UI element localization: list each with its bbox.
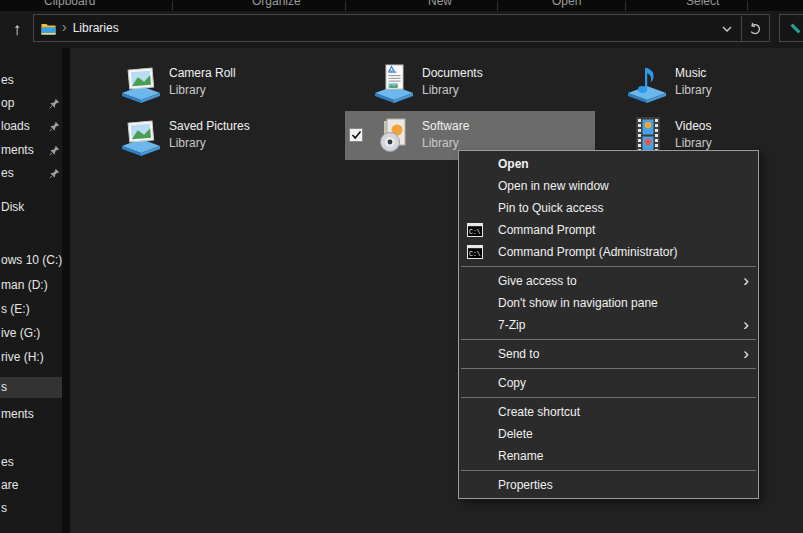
tile-subtitle: Library: [169, 135, 250, 152]
tile-documents[interactable]: DocumentsLibrary: [345, 58, 595, 107]
sidebar-item[interactable]: s: [0, 498, 62, 519]
tile-subtitle: Library: [169, 82, 236, 99]
checkmark-icon: [351, 130, 362, 140]
submenu-arrow-icon: ›: [743, 344, 749, 364]
menu-item-command-prompt[interactable]: C:\ Command Prompt: [459, 219, 758, 241]
up-button[interactable]: ↑: [4, 16, 30, 43]
sidebar-item[interactable]: Disk: [0, 197, 62, 218]
chevron-down-icon: [722, 26, 732, 32]
refresh-icon: [748, 22, 762, 36]
breadcrumb-chevron-icon: ›: [62, 19, 67, 35]
context-menu: Open Open in new window Pin to Quick acc…: [458, 150, 759, 499]
tile-subtitle: Library: [675, 82, 712, 99]
ribbon-group-select: Select: [686, 0, 719, 8]
address-dropdown-button[interactable]: [713, 16, 741, 42]
ribbon-separator: [625, 1, 626, 11]
menu-item-create-shortcut[interactable]: Create shortcut: [459, 401, 758, 423]
sidebar-item[interactable]: rive (H:): [0, 347, 62, 368]
tile-name: Camera Roll: [169, 65, 236, 82]
sidebar-item[interactable]: are: [0, 475, 62, 496]
up-arrow-icon: ↑: [13, 20, 22, 40]
music-library-icon: [626, 62, 668, 104]
sidebar-item[interactable]: s (E:): [0, 299, 62, 320]
sidebar-item[interactable]: es: [0, 163, 62, 184]
file-explorer-window: Clipboard Organize New Open Select ↑ › L…: [0, 0, 803, 533]
menu-item-delete[interactable]: Delete: [459, 423, 758, 445]
ribbon-separator: [497, 1, 498, 11]
tile-name: Music: [675, 65, 712, 82]
ribbon-group-open: Open: [552, 0, 581, 8]
menu-item-open-new-window[interactable]: Open in new window: [459, 175, 758, 197]
picture-library-icon: [120, 62, 162, 104]
ribbon-group-organize: Organize: [252, 0, 301, 8]
menu-item-rename[interactable]: Rename: [459, 445, 758, 467]
menu-separator: [461, 470, 756, 471]
sidebar-item[interactable]: loads: [0, 116, 62, 137]
menu-item-open[interactable]: Open: [459, 153, 758, 175]
submenu-arrow-icon: ›: [743, 315, 749, 335]
sidebar-item[interactable]: ows 10 (C:): [0, 250, 62, 271]
menu-item-7zip[interactable]: 7-Zip›: [459, 314, 758, 336]
sidebar-item[interactable]: ments: [0, 140, 62, 161]
ribbon-group-new: New: [428, 0, 452, 8]
ribbon-strip: Clipboard Organize New Open Select: [0, 0, 803, 11]
submenu-arrow-icon: ›: [743, 271, 749, 291]
sidebar-scrollbar[interactable]: [62, 48, 70, 533]
menu-separator: [461, 266, 756, 267]
tile-name: Saved Pictures: [169, 118, 250, 135]
sidebar-item-selected[interactable]: s: [0, 377, 62, 398]
ribbon-separator: [747, 1, 748, 11]
command-prompt-icon: C:\: [467, 245, 483, 259]
svg-text:C:\: C:\: [469, 229, 481, 236]
tile-saved-pictures[interactable]: Saved PicturesLibrary: [92, 111, 342, 160]
software-library-icon: [373, 115, 415, 157]
navigation-bar: ↑ › Libraries: [0, 11, 803, 48]
menu-item-send-to[interactable]: Send to›: [459, 343, 758, 365]
sidebar-item[interactable]: op: [0, 93, 62, 114]
svg-text:C:\: C:\: [469, 251, 481, 258]
menu-separator: [461, 397, 756, 398]
ribbon-separator: [345, 1, 346, 11]
sidebar-item[interactable]: es: [0, 452, 62, 473]
menu-item-command-prompt-admin[interactable]: C:\ Command Prompt (Administrator): [459, 241, 758, 263]
tile-subtitle: Library: [422, 82, 483, 99]
navigation-pane: es op loads ments es Disk ows 10 (C:) ma…: [0, 48, 62, 533]
picture-library-icon: [120, 115, 162, 157]
pin-icon: [49, 98, 60, 109]
menu-item-copy[interactable]: Copy: [459, 372, 758, 394]
pin-icon: [49, 145, 60, 156]
pin-icon: [49, 121, 60, 132]
folder-icon: [41, 22, 56, 35]
ribbon-group-clipboard: Clipboard: [44, 0, 95, 8]
menu-item-properties[interactable]: Properties: [459, 474, 758, 496]
menu-item-give-access-to[interactable]: Give access to›: [459, 270, 758, 292]
documents-library-icon: [373, 62, 415, 104]
tile-name: Software: [422, 118, 469, 135]
sidebar-item[interactable]: man (D:): [0, 275, 62, 296]
menu-separator: [461, 368, 756, 369]
sidebar-item[interactable]: es: [0, 70, 62, 91]
command-prompt-icon: C:\: [467, 223, 483, 237]
search-box[interactable]: [779, 14, 803, 42]
menu-separator: [461, 339, 756, 340]
sidebar-item[interactable]: ive (G:): [0, 323, 62, 344]
refresh-button[interactable]: [742, 16, 768, 42]
ribbon-separator: [172, 1, 173, 11]
address-bar[interactable]: › Libraries: [33, 14, 770, 42]
tile-name: Documents: [422, 65, 483, 82]
breadcrumb[interactable]: Libraries: [73, 21, 119, 35]
menu-item-dont-show-navigation-pane[interactable]: Don't show in navigation pane: [459, 292, 758, 314]
menu-item-pin-quick-access[interactable]: Pin to Quick access: [459, 197, 758, 219]
tile-checkbox[interactable]: [349, 128, 363, 142]
tile-music[interactable]: MusicLibrary: [598, 58, 803, 107]
sidebar-item[interactable]: ments: [0, 404, 62, 425]
tile-name: Videos: [675, 118, 712, 135]
search-icon: [791, 24, 801, 34]
tile-camera-roll[interactable]: Camera RollLibrary: [92, 58, 342, 107]
pin-icon: [49, 168, 60, 179]
